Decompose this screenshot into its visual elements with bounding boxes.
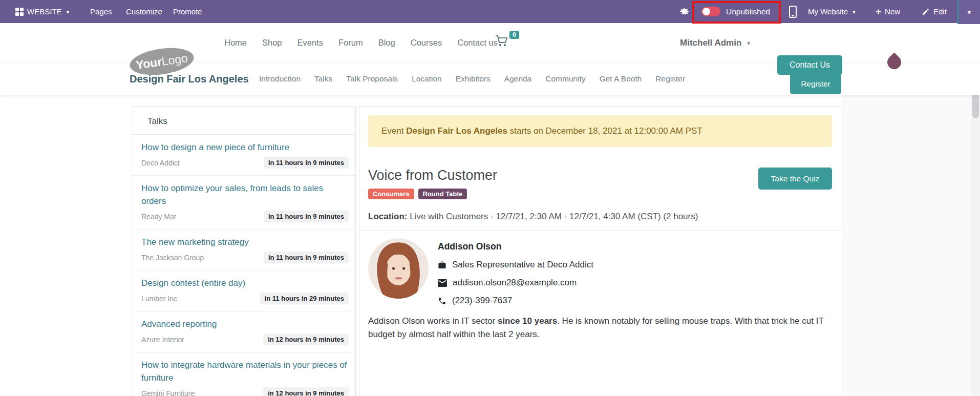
- event-nav-location[interactable]: Location: [412, 74, 442, 84]
- admin-top-bar: WEBSITE ▼ Pages Customize Promote Unpubl…: [0, 0, 980, 23]
- event-nav-agenda[interactable]: Agenda: [504, 74, 531, 84]
- briefcase-icon: [438, 261, 446, 269]
- talk-time-badge: in 11 hours in 9 minutes: [264, 157, 349, 169]
- talk-company: The Jackson Group: [141, 254, 204, 262]
- tag-consumers: Consumers: [368, 189, 414, 199]
- tag-round-table: Round Table: [418, 189, 467, 199]
- talk-company: Ready Mat: [141, 213, 176, 221]
- talk-time-badge: in 11 hours in 29 minutes: [260, 293, 349, 304]
- nav-forum[interactable]: Forum: [338, 38, 363, 48]
- talk-company: Azure Interior: [141, 336, 184, 344]
- site-navbar: YourLogo Home Shop Events Forum Blog Cou…: [0, 23, 980, 62]
- alert-event-name: Design Fair Los Angeles: [406, 126, 507, 136]
- location-value: Live with Customers - 12/7/21, 2:30 AM -…: [408, 212, 698, 221]
- talk-time-badge: in 12 hours in 9 minutes: [263, 387, 349, 396]
- talk-list-item[interactable]: How to optimize your sales, from leads t…: [132, 176, 355, 230]
- talk-company: Deco Addict: [141, 159, 180, 167]
- sidebar-title: Talks: [132, 107, 355, 135]
- publish-toggle[interactable]: [701, 0, 720, 23]
- speaker-phone: (223)-399-7637: [452, 296, 512, 306]
- talk-title[interactable]: How to integrate hardware materials in y…: [141, 359, 349, 384]
- mobile-preview-button[interactable]: [789, 0, 797, 23]
- logo-text-light: Logo: [161, 51, 188, 69]
- speaker-role: Sales Representative at Deco Addict: [452, 260, 593, 270]
- event-nav-introduction[interactable]: Introduction: [259, 74, 301, 84]
- event-nav-register[interactable]: Register: [655, 74, 685, 84]
- chevron-down-icon: ▼: [66, 9, 71, 15]
- speaker-name: Addison Olson: [438, 241, 593, 252]
- event-menu: Introduction Talks Talk Proposals Locati…: [259, 62, 685, 95]
- talk-time-badge: in 11 hours in 9 minutes: [264, 252, 349, 263]
- nav-courses[interactable]: Courses: [411, 38, 442, 48]
- toggle-switch-icon: [701, 7, 720, 16]
- debug-bug-icon[interactable]: [679, 0, 689, 23]
- talk-list-item[interactable]: Design contest (entire day) Lumber Incin…: [132, 270, 355, 311]
- cart-icon: [495, 34, 509, 48]
- pencil-icon: [922, 8, 930, 16]
- event-start-alert: Event Design Fair Los Angeles starts on …: [368, 115, 832, 147]
- user-menu[interactable]: Mitchell Admin ▼: [680, 23, 751, 62]
- location-label: Location:: [368, 212, 408, 221]
- event-nav-exhibitors[interactable]: Exhibitors: [456, 74, 491, 84]
- speaker-phone-row: (223)-399-7637: [438, 296, 593, 306]
- apps-menu-button[interactable]: WEBSITE ▼: [15, 0, 70, 23]
- new-content-button[interactable]: + New: [876, 0, 900, 23]
- talk-title[interactable]: Design contest (entire day): [141, 277, 349, 289]
- talk-company: Lumber Inc: [141, 295, 177, 303]
- talk-list-item[interactable]: How to design a new piece of furniture D…: [132, 135, 355, 176]
- nav-shop[interactable]: Shop: [262, 38, 282, 48]
- talk-title[interactable]: Advanced reporting: [141, 318, 349, 330]
- talk-list-item[interactable]: The new marketing strategy The Jackson G…: [132, 230, 355, 270]
- nav-home[interactable]: Home: [224, 38, 247, 48]
- event-nav-get-a-booth[interactable]: Get A Booth: [600, 74, 642, 84]
- phone-icon: [438, 297, 446, 305]
- event-nav-community[interactable]: Community: [545, 74, 585, 84]
- talk-list-item[interactable]: Advanced reporting Azure Interiorin 12 h…: [132, 311, 355, 352]
- nav-blog[interactable]: Blog: [378, 38, 395, 48]
- mobile-icon: [789, 6, 797, 18]
- plus-icon: +: [876, 6, 881, 17]
- talk-page-title: Voice from Customer: [368, 168, 497, 183]
- promote-menu[interactable]: Promote: [173, 0, 202, 23]
- event-nav-talk-proposals[interactable]: Talk Proposals: [346, 74, 398, 84]
- register-button[interactable]: Register: [790, 73, 841, 94]
- website-switcher[interactable]: My Website ▼: [808, 0, 857, 23]
- alert-text: Event: [381, 126, 406, 136]
- page-background: [842, 95, 971, 396]
- admin-bar-more-dropdown[interactable]: ▼: [957, 0, 980, 24]
- edit-button[interactable]: Edit: [922, 0, 947, 23]
- nav-contact-us[interactable]: Contact us: [457, 38, 498, 48]
- contact-us-button[interactable]: Contact Us: [777, 55, 842, 75]
- event-nav-talks[interactable]: Talks: [314, 74, 332, 84]
- cart-count-badge: 0: [509, 31, 519, 39]
- chevron-down-icon: ▼: [967, 9, 972, 15]
- talk-location: Location: Live with Customers - 12/7/21,…: [368, 212, 832, 222]
- talk-title[interactable]: The new marketing strategy: [141, 236, 349, 248]
- talk-detail-panel: Event Design Fair Los Angeles starts on …: [359, 106, 841, 396]
- apps-grid-icon: [15, 8, 24, 16]
- cart-button[interactable]: 0: [495, 34, 518, 52]
- talk-tags: Consumers Round Table: [368, 189, 497, 199]
- speaker-bio: Addison Olson works in IT sector since 1…: [368, 315, 826, 341]
- talk-title[interactable]: How to optimize your sales, from leads t…: [141, 182, 349, 207]
- logo-text-bold: Your: [135, 55, 163, 72]
- talks-sidebar: Talks How to design a new piece of furni…: [132, 106, 356, 396]
- envelope-icon: [438, 279, 447, 287]
- speaker-role-row: Sales Representative at Deco Addict: [438, 260, 593, 270]
- alert-text: starts on December 18, 2021 at 12:00:00 …: [507, 126, 702, 136]
- talk-time-badge: in 11 hours in 9 minutes: [264, 211, 349, 222]
- take-the-quiz-button[interactable]: Take the Quiz: [758, 168, 832, 190]
- speaker-section: Addison Olson Sales Representative at De…: [359, 231, 841, 341]
- website-menu-label: WEBSITE: [27, 7, 62, 16]
- nav-events[interactable]: Events: [297, 38, 323, 48]
- talk-title[interactable]: How to design a new piece of furniture: [141, 141, 349, 154]
- speaker-email: addison.olson28@example.com: [453, 278, 577, 288]
- site-menu: Home Shop Events Forum Blog Courses Cont…: [224, 23, 498, 62]
- talk-company: Gemini Furniture: [141, 389, 195, 396]
- customize-menu[interactable]: Customize: [126, 0, 162, 23]
- speaker-email-row: addison.olson28@example.com: [438, 278, 593, 288]
- pages-menu[interactable]: Pages: [90, 0, 112, 23]
- publish-state-label: Unpublished: [726, 0, 770, 23]
- talk-time-badge: in 12 hours in 9 minutes: [263, 334, 349, 345]
- talk-list-item[interactable]: How to integrate hardware materials in y…: [132, 352, 355, 396]
